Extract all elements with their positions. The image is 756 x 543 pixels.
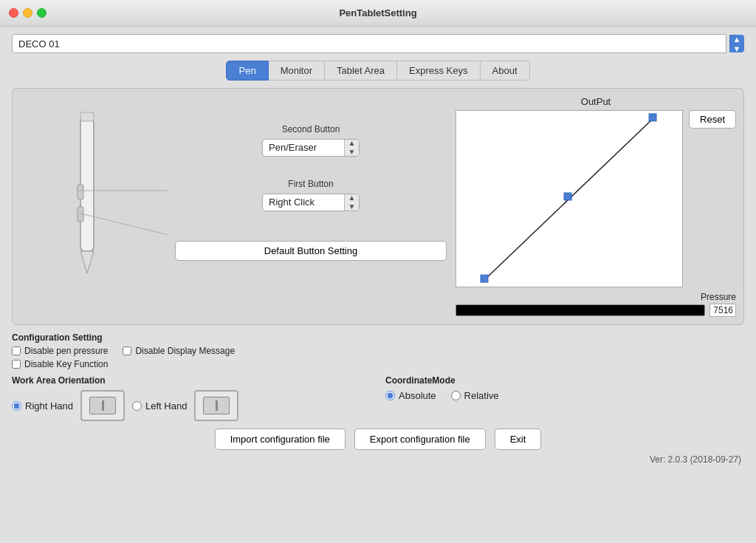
config-title: Configuration Setting [12,332,744,343]
bottom-buttons: Import configuration file Export configu… [12,428,744,450]
second-button-label: Second Button [282,124,340,134]
radio-input-right-hand[interactable] [12,401,21,411]
tab-monitor[interactable]: Monitor [269,61,325,81]
svg-rect-10 [481,275,488,282]
second-button-value: Pen/Eraser [263,142,344,153]
first-button-label: First Button [288,179,333,189]
radio-input-relative[interactable] [451,391,461,400]
coord-title: CoordinateMode [385,375,744,386]
pressure-bar-container [456,304,705,316]
pen-section: Second Button Pen/Eraser ▲ ▼ First Butto… [20,96,447,317]
radio-label-right-hand: Right Hand [25,400,73,411]
checkbox-label-key-function: Disable Key Function [24,359,108,369]
radio-absolute[interactable]: Absolute [385,390,436,401]
svg-rect-2 [78,185,83,199]
close-button[interactable] [9,8,18,18]
work-area-section: Work Area Orientation Right Hand Left Ha… [12,375,371,421]
orientation-icon-inner-right [89,397,116,414]
main-content: DECO 01 ▲ ▼ Pen Monitor Tablet Area Expr… [0,27,756,543]
output-graph[interactable] [456,110,683,287]
orientation-icon-right [80,390,125,421]
checkbox-input-display-message[interactable] [123,346,131,355]
tab-pen[interactable]: Pen [226,61,268,81]
work-area-title: Work Area Orientation [12,375,371,386]
pressure-bar [456,305,704,315]
pen-svg [20,96,168,288]
pressure-value: 7516 [709,304,736,317]
main-panel: Second Button Pen/Eraser ▲ ▼ First Butto… [12,88,744,325]
maximize-button[interactable] [37,8,47,18]
radio-label-relative: Relative [464,390,499,401]
arrow-up-icon: ▲ [348,194,356,202]
coord-section: CoordinateMode Absolute Relative [385,375,744,421]
radio-input-left-hand[interactable] [132,401,142,411]
coord-row: Absolute Relative [385,390,744,401]
second-button-select[interactable]: Pen/Eraser ▲ ▼ [262,139,360,157]
first-button-group: First Button Right Click ▲ ▼ [175,179,447,211]
checkbox-row-2: Disable Key Function [12,359,744,369]
second-button-group: Second Button Pen/Eraser ▲ ▼ [175,124,447,157]
first-button-arrow: ▲ ▼ [344,194,359,211]
arrow-up-icon: ▲ [348,139,356,147]
output-graph-row: Reset [456,110,736,287]
traffic-lights [9,8,47,18]
tab-express-keys[interactable]: Express Keys [397,61,480,81]
checkbox-disable-pen-pressure[interactable]: Disable pen pressure [12,346,108,356]
svg-rect-9 [564,193,571,200]
output-title: OutPut [456,96,736,107]
svg-rect-4 [80,112,94,121]
checkbox-input-key-function[interactable] [12,360,21,369]
svg-marker-1 [80,251,94,273]
pressure-label: Pressure [456,292,736,302]
radio-label-absolute: Absolute [399,390,436,401]
arrow-down-icon: ▼ [733,44,741,53]
svg-rect-11 [649,114,656,121]
config-section: Configuration Setting Disable pen pressu… [12,332,744,369]
radio-label-left-hand: Left Hand [145,400,187,411]
first-button-value: Right Click [263,197,344,208]
second-button-arrow: ▲ ▼ [344,140,359,156]
orientation-row: Right Hand Left Hand [12,390,371,421]
version-text: Ver: 2.0.3 (2018-09-27) [650,454,741,465]
orient-bar-right [102,400,104,411]
pen-controls: Second Button Pen/Eraser ▲ ▼ First Butto… [175,96,447,288]
radio-relative[interactable]: Relative [451,390,499,401]
orientation-icon-left [194,390,238,421]
tab-tablet-area[interactable]: Tablet Area [325,61,397,81]
tab-bar: Pen Monitor Tablet Area Express Keys Abo… [12,61,744,81]
first-button-select[interactable]: Right Click ▲ ▼ [262,194,360,211]
pen-image-area [20,96,168,288]
checkbox-disable-display-message[interactable]: Disable Display Message [123,346,235,356]
window-title: PenTabletSetting [339,7,416,18]
pressure-bar-row: 7516 [456,304,736,317]
orient-bar-left [216,400,218,411]
pressure-curve-svg [456,111,682,287]
export-button[interactable]: Export configuration file [354,428,486,450]
device-selector-arrow[interactable]: ▲ ▼ [729,35,744,52]
device-selector-row: DECO 01 ▲ ▼ [12,34,744,53]
minimize-button[interactable] [23,8,32,18]
bottom-sections: Work Area Orientation Right Hand Left Ha… [12,375,744,421]
version-row: Ver: 2.0.3 (2018-09-27) [12,454,744,465]
arrow-down-icon: ▼ [348,202,356,211]
device-selector[interactable]: DECO 01 [12,34,726,53]
orientation-icon-inner-left [203,397,230,414]
checkbox-label-display-message: Disable Display Message [135,346,235,356]
device-selector-value: DECO 01 [18,38,60,49]
reset-button[interactable]: Reset [689,110,736,129]
radio-left-hand[interactable]: Left Hand [132,400,187,411]
title-bar: PenTabletSetting [0,0,756,27]
radio-input-absolute[interactable] [385,391,395,400]
checkbox-input-pen-pressure[interactable] [12,346,21,355]
checkbox-row: Disable pen pressure Disable Display Mes… [12,346,744,356]
tab-about[interactable]: About [481,61,530,81]
exit-button[interactable]: Exit [495,428,542,450]
default-button[interactable]: Default Button Setting [175,241,447,261]
pressure-section: Pressure 7516 [456,292,736,317]
import-button[interactable]: Import configuration file [215,428,346,450]
arrow-up-icon: ▲ [733,35,741,44]
checkbox-disable-key-function[interactable]: Disable Key Function [12,359,108,369]
checkbox-label-pen-pressure: Disable pen pressure [24,346,108,356]
radio-right-hand[interactable]: Right Hand [12,400,73,411]
output-section: OutPut Reset [456,96,736,317]
